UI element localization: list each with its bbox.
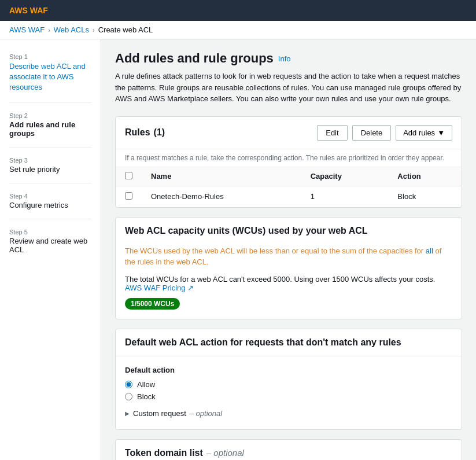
expand-icon: ▶ — [125, 410, 130, 417]
rules-count: (1) — [154, 127, 165, 138]
step3-group: Step 3 Set rule priority — [0, 152, 101, 178]
delete-button[interactable]: Delete — [352, 125, 392, 141]
col-capacity: Capacity — [301, 167, 389, 186]
dropdown-arrow-icon: ▼ — [437, 128, 445, 137]
step1-label: Step 1 — [9, 53, 91, 60]
step1-link[interactable]: Describe web ACL and associate it to AWS… — [9, 61, 91, 93]
rule-action: Block — [388, 186, 462, 207]
edit-button[interactable]: Edit — [317, 125, 347, 141]
token-domain-section: Token domain list – optional Enable the … — [115, 439, 462, 461]
rules-section: Rules (1) Edit Delete Add rules ▼ If a r… — [115, 116, 462, 208]
add-rules-button[interactable]: Add rules ▼ — [396, 125, 452, 141]
custom-request-optional: – optional — [190, 409, 222, 418]
step5-group: Step 5 Review and create web ACL — [0, 224, 101, 259]
row-checkbox[interactable] — [125, 192, 132, 200]
select-all-checkbox[interactable] — [125, 172, 132, 179]
wcu-title: Web ACL capacity units (WCUs) used by yo… — [125, 226, 368, 236]
token-domain-title: Token domain list — [125, 448, 203, 458]
add-rules-label: Add rules — [403, 128, 435, 137]
breadcrumb-sep-2: › — [93, 27, 95, 34]
rules-section-title: Rules — [125, 127, 150, 138]
step3-label: Step 3 — [9, 157, 91, 164]
col-action: Action — [388, 167, 462, 186]
sidebar: Step 1 Describe web ACL and associate it… — [0, 39, 101, 460]
top-bar: AWS WAF — [0, 0, 476, 21]
custom-request-toggle[interactable]: ▶ Custom request – optional — [125, 407, 452, 420]
default-action-label: Default action — [125, 366, 452, 374]
default-action-title: Default web ACL action for requests that… — [125, 337, 401, 348]
step2-title: Add rules and rule groups — [9, 120, 91, 138]
step4-label: Step 4 — [9, 193, 91, 200]
rule-name: Onetech-Demo-Rules — [142, 186, 301, 207]
radio-block[interactable]: Block — [125, 392, 452, 401]
breadcrumb-waf-link[interactable]: AWS WAF — [9, 25, 45, 34]
radio-block-label: Block — [137, 392, 156, 401]
wcu-pricing-link[interactable]: AWS WAF Pricing ↗ — [125, 284, 194, 292]
rule-capacity: 1 — [301, 186, 389, 207]
radio-allow[interactable]: Allow — [125, 380, 452, 389]
wcu-description: The WCUs used by the web ACL will be les… — [125, 245, 452, 268]
radio-block-input[interactable] — [125, 393, 132, 400]
wcu-section: Web ACL capacity units (WCUs) used by yo… — [115, 217, 462, 319]
breadcrumb-current: Create web ACL — [98, 25, 153, 34]
table-row: Onetech-Demo-Rules 1 Block — [116, 186, 462, 207]
breadcrumb-webacls-link[interactable]: Web ACLs — [54, 25, 89, 34]
page-description: A rule defines attack patterns to look f… — [115, 71, 462, 105]
step5-title: Review and create web ACL — [9, 237, 91, 254]
brand: AWS WAF — [9, 6, 48, 15]
step2-group: Step 2 Add rules and rule groups — [0, 108, 101, 142]
breadcrumb-sep-1: › — [48, 27, 50, 34]
step2-label: Step 2 — [9, 112, 91, 119]
default-action-section: Default web ACL action for requests that… — [115, 329, 462, 430]
wcu-badge: 1/5000 WCUs — [125, 298, 180, 310]
token-domain-optional: – optional — [206, 448, 244, 458]
info-link[interactable]: Info — [278, 54, 291, 63]
custom-request-label: Custom request — [133, 409, 186, 418]
page-title: Add rules and rule groups — [115, 51, 274, 66]
wcu-note: The total WCUs for a web ACL can't excee… — [125, 275, 452, 292]
radio-allow-input[interactable] — [125, 381, 132, 388]
radio-allow-label: Allow — [137, 380, 155, 389]
step4-group: Step 4 Configure metrics — [0, 188, 101, 214]
col-name: Name — [142, 167, 301, 186]
step3-title: Set rule priority — [9, 165, 91, 174]
breadcrumb: AWS WAF › Web ACLs › Create web ACL — [0, 21, 476, 39]
rules-hint: If a request matches a rule, take the co… — [116, 149, 462, 167]
step1-group: Step 1 Describe web ACL and associate it… — [0, 49, 101, 98]
step4-title: Configure metrics — [9, 201, 91, 209]
step5-label: Step 5 — [9, 229, 91, 235]
